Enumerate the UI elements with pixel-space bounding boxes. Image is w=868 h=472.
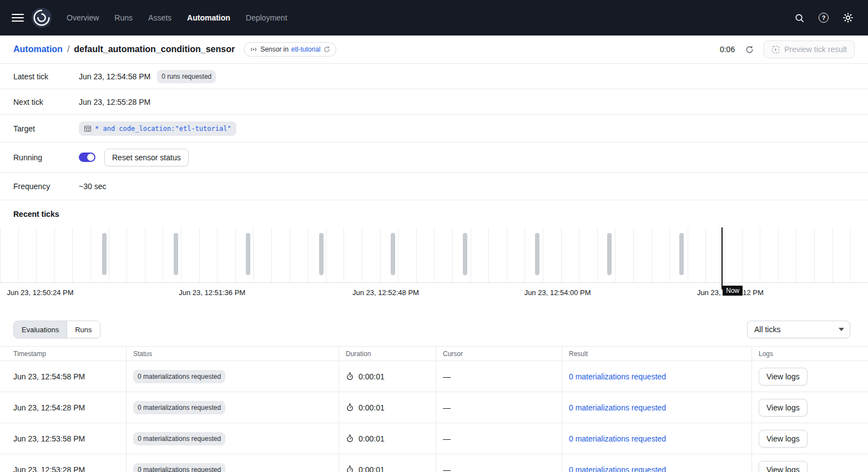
view-logs-button[interactable]: View logs <box>759 461 808 472</box>
stopwatch-icon <box>346 403 354 412</box>
axis-label: Jun 23, 12:50:24 PM <box>7 288 75 298</box>
col-status: Status <box>127 347 339 361</box>
evaluations-table: Timestamp Status Duration Cursor Result … <box>0 346 868 472</box>
tick-duration: 0:00:01 <box>346 465 385 472</box>
nav-deployment[interactable]: Deployment <box>246 13 287 22</box>
help-icon[interactable]: ? <box>815 9 832 27</box>
nav-overview[interactable]: Overview <box>67 13 99 22</box>
tick-bar[interactable] <box>679 233 684 275</box>
detail-row-next-tick: Next tick Jun 23, 12:55:28 PM <box>0 89 868 115</box>
tick-bar[interactable] <box>607 233 612 275</box>
tick-status-badge: 0 materializations requested <box>133 370 225 383</box>
tick-bar[interactable] <box>319 233 324 275</box>
tick-result-link[interactable]: 0 materializations requested <box>569 403 666 412</box>
stopwatch-icon <box>346 372 354 380</box>
target-selection-value: * and code_location:"etl-tutorial" <box>95 125 231 133</box>
table-row: Jun 23, 12:53:58 PM0 materializations re… <box>0 423 868 454</box>
now-line <box>721 227 723 290</box>
tick-bar[interactable] <box>463 233 467 275</box>
tick-bar[interactable] <box>102 233 107 275</box>
col-duration: Duration <box>339 347 436 361</box>
menu-icon[interactable] <box>7 7 29 29</box>
tab-runs[interactable]: Runs <box>67 321 99 338</box>
recent-ticks-section: Recent ticks Jun 23, 12:50:24 PMJun 23, … <box>0 200 868 315</box>
tick-duration: 0:00:01 <box>346 372 385 381</box>
tick-bar[interactable] <box>174 233 178 275</box>
tick-bar[interactable] <box>535 233 539 275</box>
stopwatch-icon <box>346 465 354 472</box>
detail-row-running: Running Reset sensor status <box>0 143 868 172</box>
duration-value: 0:00:01 <box>359 434 385 443</box>
detail-row-target: Target * and code_location:"etl-tutorial… <box>0 115 868 143</box>
nav-actions: ? <box>790 9 857 27</box>
toggle-knob <box>87 154 94 161</box>
col-cursor: Cursor <box>436 347 562 361</box>
runs-requested-badge: 0 runs requested <box>157 70 216 83</box>
detail-label: Next tick <box>13 98 72 106</box>
caret-down-icon <box>839 328 844 331</box>
view-logs-button[interactable]: View logs <box>759 399 808 417</box>
frequency-value: ~30 sec <box>79 182 106 191</box>
detail-label: Running <box>13 153 72 162</box>
tick-bar[interactable] <box>391 233 395 275</box>
tick-cursor: — <box>443 372 451 381</box>
axis-label: Jun 23, 12:52:48 PM <box>352 288 420 298</box>
breadcrumb-separator: / <box>67 44 69 54</box>
duration-value: 0:00:01 <box>359 465 385 472</box>
sensor-details: Latest tick Jun 23, 12:54:58 PM 0 runs r… <box>0 64 868 200</box>
refresh-icon[interactable] <box>324 46 330 53</box>
col-logs: Logs <box>752 347 868 361</box>
page-header: Automation / default_automation_conditio… <box>0 35 868 64</box>
tick-status-badge: 0 materializations requested <box>133 432 225 445</box>
tick-timestamp: Jun 23, 12:53:28 PM <box>13 465 85 472</box>
view-logs-button[interactable]: View logs <box>759 430 808 448</box>
view-logs-button[interactable]: View logs <box>759 368 808 385</box>
detail-label: Latest tick <box>13 72 72 81</box>
nav-automation[interactable]: Automation <box>187 13 230 22</box>
axis-label: Jun 23, 12:51:36 PM <box>179 288 246 298</box>
nav-assets[interactable]: Assets <box>148 13 171 22</box>
sensor-chip-prefix: Sensor in <box>260 45 289 53</box>
tab-evaluations[interactable]: Evaluations <box>14 321 67 338</box>
primary-nav: Overview Runs Assets Automation Deployme… <box>67 13 287 22</box>
axis-label: Jun 23, 12:54:00 PM <box>524 288 592 298</box>
tick-filter-dropdown[interactable]: All ticks <box>747 321 850 338</box>
preview-tick-result-button[interactable]: Preview tick result <box>764 40 855 58</box>
latest-tick-value: Jun 23, 12:54:58 PM <box>79 72 150 81</box>
tick-cursor: — <box>443 403 451 412</box>
timeline-axis: Jun 23, 12:50:24 PMJun 23, 12:51:36 PMJu… <box>0 283 868 315</box>
preview-tick-icon <box>771 45 780 54</box>
detail-row-latest-tick: Latest tick Jun 23, 12:54:58 PM 0 runs r… <box>0 64 868 89</box>
tick-result-link[interactable]: 0 materializations requested <box>569 465 666 472</box>
nav-runs[interactable]: Runs <box>114 13 133 22</box>
detail-label: Target <box>13 124 72 133</box>
tick-timestamp: Jun 23, 12:53:58 PM <box>13 434 85 443</box>
top-nav-bar: Overview Runs Assets Automation Deployme… <box>0 0 868 35</box>
table-row: Jun 23, 12:54:28 PM0 materializations re… <box>0 392 868 423</box>
tick-timeline <box>0 227 868 283</box>
gear-icon[interactable] <box>839 9 857 27</box>
detail-label: Frequency <box>13 182 72 191</box>
recent-ticks-title: Recent ticks <box>0 200 868 227</box>
dagster-logo[interactable] <box>31 7 52 28</box>
code-location-link[interactable]: etl-tutorial <box>291 45 321 53</box>
tick-cursor: — <box>443 465 451 472</box>
table-header-row: Timestamp Status Duration Cursor Result … <box>0 347 868 361</box>
preview-tick-label: Preview tick result <box>784 45 847 54</box>
tick-bar[interactable] <box>246 233 250 275</box>
detail-row-frequency: Frequency ~30 sec <box>0 172 868 200</box>
target-selection-chip[interactable]: * and code_location:"etl-tutorial" <box>79 121 236 136</box>
table-row: Jun 23, 12:53:28 PM0 materializations re… <box>0 454 868 472</box>
col-timestamp: Timestamp <box>0 347 127 361</box>
search-icon[interactable] <box>790 9 808 27</box>
breadcrumb-automation-link[interactable]: Automation <box>13 44 63 54</box>
running-toggle[interactable] <box>79 153 95 162</box>
refresh-countdown: 0:06 <box>720 45 735 54</box>
refresh-icon[interactable] <box>740 40 758 58</box>
tick-result-link[interactable]: 0 materializations requested <box>569 434 666 443</box>
col-result: Result <box>562 347 752 361</box>
tick-result-link[interactable]: 0 materializations requested <box>569 372 666 381</box>
tick-cursor: — <box>443 434 451 443</box>
duration-value: 0:00:01 <box>359 372 385 381</box>
reset-sensor-status-button[interactable]: Reset sensor status <box>104 149 189 166</box>
